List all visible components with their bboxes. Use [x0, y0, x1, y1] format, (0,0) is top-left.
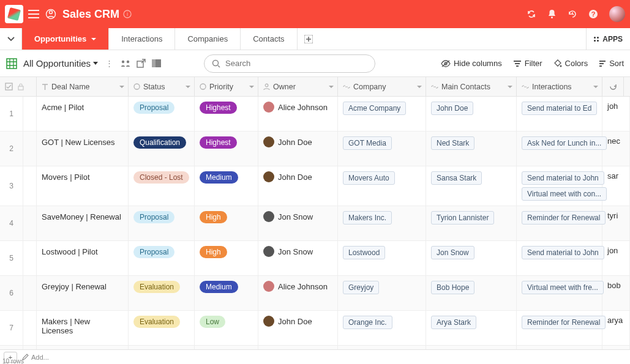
contact-chip[interactable]: Sansa Stark [431, 171, 482, 185]
table-row[interactable]: 6Greyjoy | RenewalEvaluationMediumAlice … [0, 276, 630, 311]
cell-company[interactable]: Lostwood [338, 241, 426, 275]
view-selector[interactable]: All Opportunities [23, 58, 98, 69]
cell-priority[interactable]: Highest [195, 132, 258, 166]
company-chip[interactable]: Movers Auto [343, 171, 395, 185]
add-tab-button[interactable] [298, 28, 320, 50]
contact-chip[interactable]: John Doe [431, 102, 473, 115]
column-priority[interactable]: Priority [195, 77, 258, 96]
cell-company[interactable]: Movers Auto [338, 166, 426, 206]
cell-contacts[interactable]: Ned Stark [426, 132, 517, 166]
table-row[interactable]: 3Movers | PilotClosed - LostMediumJohn D… [0, 166, 630, 206]
cell-interactions[interactable]: Virtual meet with fre... [517, 276, 602, 310]
bell-icon[interactable] [547, 9, 557, 19]
cell-priority[interactable]: Medium [195, 276, 258, 310]
cell-contacts[interactable]: Bob Hope [426, 276, 517, 310]
cell-status[interactable]: Evaluation [129, 311, 195, 345]
cell-status[interactable]: Qualification [129, 132, 195, 166]
cell-deal[interactable]: Movers | Pilot [37, 166, 129, 206]
cell-company[interactable]: GOT Media [338, 132, 426, 166]
tab-opportunities[interactable]: Opportunities [22, 28, 109, 50]
cell-owner[interactable]: Jon Snow [258, 241, 338, 275]
company-chip[interactable]: Greyjoy [343, 281, 379, 294]
export-icon[interactable] [137, 59, 146, 68]
help-icon[interactable]: ? [588, 9, 598, 19]
cell-owner[interactable]: John Doe [258, 166, 338, 206]
add-row-label[interactable]: Add... [22, 354, 49, 361]
cell-owner[interactable]: John Doe [258, 311, 338, 345]
cell-status[interactable]: Proposal [129, 97, 195, 131]
cell-deal[interactable]: Acme | Pilot [37, 97, 129, 131]
cell-status[interactable]: Proposal [129, 241, 195, 275]
history-icon[interactable] [568, 9, 577, 19]
table-row[interactable]: 1Acme | PilotProposalHighestAlice Johnso… [0, 97, 630, 132]
table-row[interactable]: 2GOT | New LicensesQualificationHighestJ… [0, 132, 630, 166]
grid-view-icon[interactable] [6, 58, 17, 69]
colors-button[interactable]: Colors [553, 59, 588, 68]
interaction-chip[interactable]: Virtual meet with fre... [522, 281, 604, 294]
contact-chip[interactable]: Tyrion Lannister [431, 211, 494, 225]
cell-priority[interactable]: Medium [195, 166, 258, 206]
cell-company[interactable]: Acme Company [338, 97, 426, 131]
cell-status[interactable]: Closed - Lost [129, 166, 195, 206]
hide-columns-button[interactable]: Hide columns [441, 59, 502, 68]
user-avatar[interactable] [609, 6, 625, 22]
interaction-chip[interactable]: Reminder for Renewal [522, 211, 606, 225]
search-input[interactable] [225, 59, 367, 68]
column-company[interactable]: Company [338, 77, 426, 96]
cell-deal[interactable]: GOT | New Licenses [37, 132, 129, 166]
cell-owner[interactable]: Alice Johnson [258, 97, 338, 131]
sort-button[interactable]: Sort [599, 59, 624, 68]
contact-chip[interactable]: Jon Snow [431, 246, 474, 259]
company-chip[interactable]: Orange Inc. [343, 316, 392, 329]
interaction-chip[interactable]: Send material to John [522, 246, 604, 259]
column-status[interactable]: Status [129, 77, 195, 96]
cell-interactions[interactable]: Ask Ned for Lunch in... [517, 132, 602, 166]
cell-interactions[interactable]: Send material to John Virtual meet with … [517, 166, 602, 206]
interaction-chip[interactable]: Send material to John [522, 171, 604, 185]
interaction-chip[interactable]: Ask Ned for Lunch in... [522, 136, 607, 150]
column-refresh[interactable] [602, 77, 624, 96]
cell-owner[interactable]: Jon Snow [258, 206, 338, 240]
cell-interactions[interactable]: Send material to Ed [517, 97, 602, 131]
column-owner[interactable]: Owner [258, 77, 338, 96]
cell-status[interactable]: Evaluation [129, 276, 195, 310]
cell-contacts[interactable]: John Doe [426, 97, 517, 131]
cell-interactions[interactable]: Reminder for Renewal [517, 206, 602, 240]
cell-company[interactable]: Greyjoy [338, 276, 426, 310]
column-interactions[interactable]: Interactions [517, 77, 602, 96]
row-select-header[interactable] [0, 77, 37, 96]
cell-deal[interactable]: Makers | New Licenses [37, 311, 129, 345]
sync-icon[interactable] [527, 9, 536, 19]
cell-deal[interactable]: SaveMoney | Renewal [37, 206, 129, 240]
apps-button[interactable]: APPS [586, 28, 630, 50]
cell-contacts[interactable]: Arya Stark [426, 311, 517, 345]
company-chip[interactable]: Makers Inc. [343, 211, 392, 225]
menu-icon[interactable] [28, 10, 39, 18]
cell-priority[interactable]: High [195, 206, 258, 240]
table-row[interactable]: 4SaveMoney | RenewalProposalHighJon Snow… [0, 206, 630, 241]
cell-priority[interactable]: High [195, 241, 258, 275]
cell-owner[interactable]: Alice Johnson [258, 276, 338, 310]
cell-contacts[interactable]: Tyrion Lannister [426, 206, 517, 240]
cell-company[interactable]: Orange Inc. [338, 311, 426, 345]
interaction-chip[interactable]: Send material to Ed [522, 102, 597, 115]
filter-button[interactable]: Filter [513, 59, 542, 68]
search-box[interactable] [204, 54, 375, 73]
column-deal-name[interactable]: Deal Name [37, 77, 129, 96]
table-row[interactable]: 7Makers | New LicensesEvaluationLowJohn … [0, 311, 630, 346]
table-row[interactable]: 5Lostwood | PilotProposalHighJon SnowLos… [0, 241, 630, 276]
cell-priority[interactable]: Highest [195, 97, 258, 131]
tabs-expand-button[interactable] [0, 28, 22, 50]
cell-owner[interactable]: John Doe [258, 132, 338, 166]
interaction-chip[interactable]: Virtual meet with con... [522, 187, 607, 201]
cell-interactions[interactable]: Reminder for Renewal [517, 311, 602, 345]
info-icon[interactable]: i [123, 10, 132, 18]
contact-chip[interactable]: Ned Stark [431, 136, 474, 150]
cell-deal[interactable]: Lostwood | Pilot [37, 241, 129, 275]
layout-icon[interactable] [152, 59, 161, 67]
company-chip[interactable]: GOT Media [343, 136, 392, 150]
contact-chip[interactable]: Arya Stark [431, 316, 476, 329]
cell-status[interactable]: Proposal [129, 206, 195, 240]
interaction-chip[interactable]: Reminder for Renewal [522, 316, 606, 329]
cell-company[interactable]: Makers Inc. [338, 206, 426, 240]
